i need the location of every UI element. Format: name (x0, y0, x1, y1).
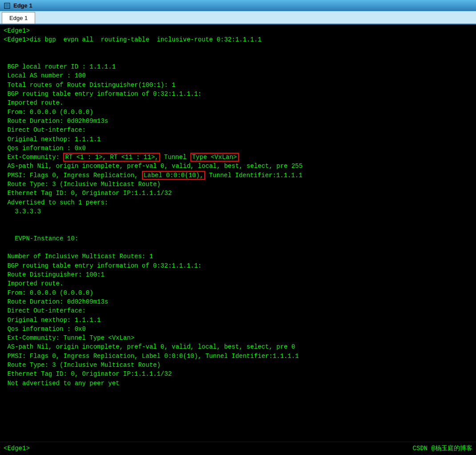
pmsi-prefix: PMSI: Flags 0, Ingress Replication, (4, 172, 142, 179)
terminal-line: Original nexthop: 1.1.1.1 (4, 316, 472, 325)
terminal-line: Number of Inclusive Multicast Routes: 1 (4, 252, 472, 261)
terminal-line: Local AS number : 100 (4, 71, 472, 80)
terminal-line: BGP routing table entry information of 0… (4, 261, 472, 270)
tab-edge1[interactable]: Edge 1 (2, 12, 35, 24)
terminal-line: Route Duration: 0d02h09m13s (4, 297, 472, 306)
ext-community-prefix: Ext-Community: (4, 154, 63, 161)
terminal-line: Route Duration: 0d02h09m13s (4, 117, 472, 126)
ext-community-middle: Tunnel (160, 154, 190, 161)
ext-community-highlight2: Type <VxLan> (190, 153, 239, 162)
title-bar: Edge 1 (0, 0, 476, 11)
terminal-line: Imported route. (4, 279, 472, 288)
footer-bar: <Edge1> CSDN @杨玉庭的博客 (0, 442, 476, 455)
terminal-line: Route Type: 3 (Inclusive Multicast Route… (4, 180, 472, 189)
terminal-line: Direct Out-interface: (4, 306, 472, 315)
terminal-line (4, 216, 472, 225)
terminal-line: Original nexthop: 1.1.1.1 (4, 135, 472, 144)
terminal-line: Ethernet Tag ID: 0, Originator IP:1.1.1.… (4, 189, 472, 198)
terminal-line: Ext-Community: Tunnel Type <VxLan> (4, 333, 472, 342)
terminal-line: 3.3.3.3 (4, 207, 472, 216)
terminal-line: PMSI: Flags 0, Ingress Replication, Labe… (4, 352, 472, 361)
ext-community-highlight1: RT <1 : 1>, RT <11 : 11>, (63, 153, 160, 162)
terminal-line (4, 243, 472, 252)
terminal-line: Ethernet Tag ID: 0, Originator IP:1.1.1.… (4, 370, 472, 378)
terminal-line: Route Type: 3 (Inclusive Multicast Route… (4, 361, 472, 370)
terminal-line: Not advertised to any peer yet (4, 379, 472, 388)
tab-bar: Edge 1 (0, 11, 476, 24)
terminal-line-ext-community: Ext-Community: RT <1 : 1>, RT <11 : 11>,… (4, 153, 472, 162)
terminal-line (4, 53, 472, 62)
footer-prompt: <Edge1> (4, 444, 30, 453)
terminal-line (4, 225, 472, 234)
terminal-line (4, 45, 472, 53)
pmsi-suffix: Tunnel Identifier:1.1.1.1 (205, 172, 302, 179)
pmsi-highlight: Label 0:0:0(10), (142, 171, 205, 180)
terminal-line: From: 0.0.0.0 (0.0.0.0) (4, 288, 472, 297)
terminal-line: From: 0.0.0.0 (0.0.0.0) (4, 108, 472, 117)
terminal-line-pmsi: PMSI: Flags 0, Ingress Replication, Labe… (4, 171, 472, 180)
terminal-line: Route Distinguisher: 100:1 (4, 270, 472, 279)
tab-label: Edge 1 (9, 15, 28, 21)
footer-watermark: CSDN @杨玉庭的博客 (413, 444, 472, 453)
terminal-line: AS-path Nil, origin incomplete, pref-val… (4, 162, 472, 171)
title-bar-text: Edge 1 (13, 2, 32, 9)
terminal-line: Qos information : 0x0 (4, 144, 472, 153)
terminal-line: Total routes of Route Distinguisher(100:… (4, 81, 472, 89)
terminal-line: BGP local router ID : 1.1.1.1 (4, 62, 472, 71)
terminal-line: Imported route. (4, 98, 472, 107)
terminal-line: AS-path Nil, origin incomplete, pref-val… (4, 342, 472, 351)
svg-rect-1 (5, 4, 9, 8)
terminal-line: Direct Out-interface: (4, 126, 472, 134)
title-bar-icon (4, 2, 11, 9)
terminal-line: <Edge1>dis bgp evpn all routing-table in… (4, 35, 472, 44)
terminal: <Edge1> <Edge1>dis bgp evpn all routing-… (0, 24, 476, 455)
terminal-line: BGP routing table entry information of 0… (4, 89, 472, 98)
terminal-line: <Edge1> (4, 26, 472, 35)
terminal-line: Advertised to such 1 peers: (4, 198, 472, 207)
terminal-line: EVPN-Instance 10: (4, 234, 472, 243)
terminal-line: Qos information : 0x0 (4, 325, 472, 333)
